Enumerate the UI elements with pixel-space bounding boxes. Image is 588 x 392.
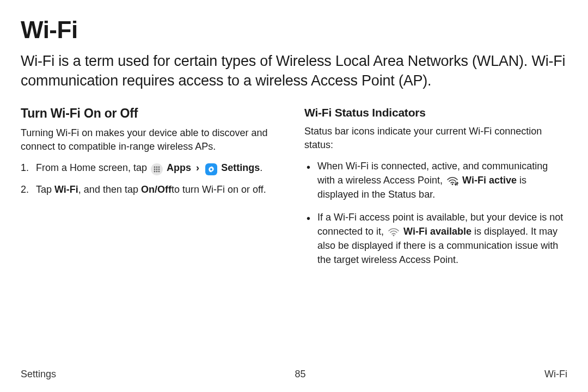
chevron-right-icon: › [196, 162, 199, 173]
apps-icon [151, 163, 163, 175]
step-1: From a Home screen, tap Apps › [21, 161, 284, 175]
settings-label: Settings [221, 162, 260, 173]
svg-point-3 [154, 169, 156, 170]
bullet-wifi-available: If a Wi-Fi access point is available, bu… [304, 211, 567, 267]
svg-point-2 [158, 167, 160, 168]
footer-left: Settings [21, 369, 56, 380]
status-indicators-heading: Wi-Fi Status Indicators [304, 106, 567, 119]
right-column: Wi-Fi Status Indicators Status bar icons… [304, 106, 567, 276]
svg-point-10 [452, 183, 454, 185]
svg-point-0 [154, 167, 156, 168]
status-indicators-lead: Status bar icons indicate your current W… [304, 125, 567, 152]
step-1-post: . [260, 162, 262, 173]
wifi-active-icon [446, 176, 458, 186]
svg-point-5 [158, 169, 160, 170]
apps-label: Apps [167, 162, 191, 173]
svg-point-8 [158, 171, 160, 173]
footer-right: Wi-Fi [544, 369, 567, 380]
settings-icon [205, 163, 217, 175]
left-column: Turn Wi-Fi On or Off Turning Wi-Fi on ma… [21, 106, 284, 276]
svg-point-7 [156, 171, 158, 173]
svg-point-9 [210, 168, 212, 170]
svg-point-6 [154, 171, 156, 173]
bullet-wifi-active: When Wi-Fi is connected, active, and com… [304, 160, 567, 202]
page-footer: Settings 85 Wi-Fi [21, 362, 567, 380]
turn-wifi-heading: Turn Wi-Fi On or Off [21, 106, 284, 121]
step-1-pre: From a Home screen, tap [36, 162, 150, 173]
svg-point-11 [393, 235, 395, 236]
page-title: Wi-Fi [21, 16, 567, 44]
footer-page-number: 85 [295, 369, 306, 380]
svg-point-4 [156, 169, 158, 170]
step-2: Tap Wi-Fi, and then tap On/Offto turn Wi… [21, 183, 284, 197]
turn-wifi-lead: Turning Wi-Fi on makes your device able … [21, 126, 284, 154]
svg-point-1 [156, 167, 158, 168]
intro-paragraph: Wi-Fi is a term used for certain types o… [21, 51, 567, 91]
wifi-available-icon [388, 227, 400, 237]
